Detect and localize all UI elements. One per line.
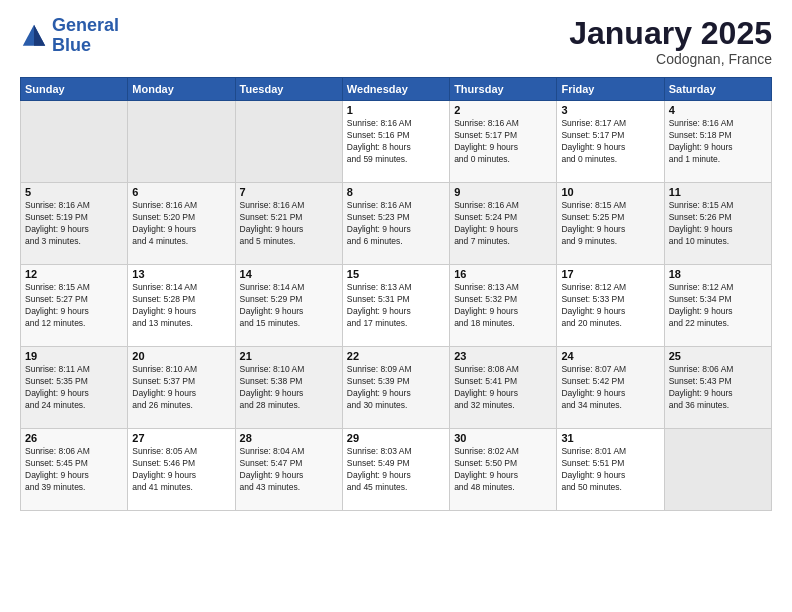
day-info: Sunrise: 8:08 AMSunset: 5:41 PMDaylight:… xyxy=(454,364,552,412)
calendar-cell: 7Sunrise: 8:16 AMSunset: 5:21 PMDaylight… xyxy=(235,183,342,265)
week-row: 12Sunrise: 8:15 AMSunset: 5:27 PMDayligh… xyxy=(21,265,772,347)
calendar-cell: 8Sunrise: 8:16 AMSunset: 5:23 PMDaylight… xyxy=(342,183,449,265)
calendar-cell: 14Sunrise: 8:14 AMSunset: 5:29 PMDayligh… xyxy=(235,265,342,347)
calendar-cell: 12Sunrise: 8:15 AMSunset: 5:27 PMDayligh… xyxy=(21,265,128,347)
day-info: Sunrise: 8:15 AMSunset: 5:26 PMDaylight:… xyxy=(669,200,767,248)
calendar-cell: 18Sunrise: 8:12 AMSunset: 5:34 PMDayligh… xyxy=(664,265,771,347)
day-number: 17 xyxy=(561,268,659,280)
calendar-cell: 11Sunrise: 8:15 AMSunset: 5:26 PMDayligh… xyxy=(664,183,771,265)
calendar-cell: 16Sunrise: 8:13 AMSunset: 5:32 PMDayligh… xyxy=(450,265,557,347)
logo-general: General xyxy=(52,15,119,35)
col-wednesday: Wednesday xyxy=(342,78,449,101)
calendar-cell: 6Sunrise: 8:16 AMSunset: 5:20 PMDaylight… xyxy=(128,183,235,265)
day-info: Sunrise: 8:06 AMSunset: 5:43 PMDaylight:… xyxy=(669,364,767,412)
day-info: Sunrise: 8:16 AMSunset: 5:18 PMDaylight:… xyxy=(669,118,767,166)
day-number: 27 xyxy=(132,432,230,444)
calendar-cell: 1Sunrise: 8:16 AMSunset: 5:16 PMDaylight… xyxy=(342,101,449,183)
logo-icon xyxy=(20,22,48,50)
day-number: 12 xyxy=(25,268,123,280)
calendar-cell: 28Sunrise: 8:04 AMSunset: 5:47 PMDayligh… xyxy=(235,429,342,511)
calendar-cell: 27Sunrise: 8:05 AMSunset: 5:46 PMDayligh… xyxy=(128,429,235,511)
day-number: 15 xyxy=(347,268,445,280)
day-info: Sunrise: 8:17 AMSunset: 5:17 PMDaylight:… xyxy=(561,118,659,166)
day-number: 2 xyxy=(454,104,552,116)
day-number: 11 xyxy=(669,186,767,198)
week-row: 19Sunrise: 8:11 AMSunset: 5:35 PMDayligh… xyxy=(21,347,772,429)
day-number: 7 xyxy=(240,186,338,198)
day-number: 14 xyxy=(240,268,338,280)
day-info: Sunrise: 8:13 AMSunset: 5:32 PMDaylight:… xyxy=(454,282,552,330)
calendar-cell: 26Sunrise: 8:06 AMSunset: 5:45 PMDayligh… xyxy=(21,429,128,511)
calendar-cell: 20Sunrise: 8:10 AMSunset: 5:37 PMDayligh… xyxy=(128,347,235,429)
day-number: 1 xyxy=(347,104,445,116)
day-number: 5 xyxy=(25,186,123,198)
day-number: 3 xyxy=(561,104,659,116)
day-number: 19 xyxy=(25,350,123,362)
calendar-cell xyxy=(21,101,128,183)
logo-text: General Blue xyxy=(52,16,119,56)
day-info: Sunrise: 8:16 AMSunset: 5:17 PMDaylight:… xyxy=(454,118,552,166)
title-block: January 2025 Codognan, France xyxy=(569,16,772,67)
day-info: Sunrise: 8:03 AMSunset: 5:49 PMDaylight:… xyxy=(347,446,445,494)
day-number: 25 xyxy=(669,350,767,362)
day-number: 16 xyxy=(454,268,552,280)
day-number: 28 xyxy=(240,432,338,444)
day-number: 29 xyxy=(347,432,445,444)
calendar-cell xyxy=(664,429,771,511)
day-info: Sunrise: 8:16 AMSunset: 5:16 PMDaylight:… xyxy=(347,118,445,166)
day-number: 18 xyxy=(669,268,767,280)
calendar-cell: 30Sunrise: 8:02 AMSunset: 5:50 PMDayligh… xyxy=(450,429,557,511)
day-info: Sunrise: 8:16 AMSunset: 5:21 PMDaylight:… xyxy=(240,200,338,248)
logo: General Blue xyxy=(20,16,119,56)
svg-marker-1 xyxy=(34,25,45,46)
calendar-cell: 29Sunrise: 8:03 AMSunset: 5:49 PMDayligh… xyxy=(342,429,449,511)
day-info: Sunrise: 8:15 AMSunset: 5:27 PMDaylight:… xyxy=(25,282,123,330)
calendar-cell xyxy=(128,101,235,183)
day-info: Sunrise: 8:10 AMSunset: 5:38 PMDaylight:… xyxy=(240,364,338,412)
day-info: Sunrise: 8:14 AMSunset: 5:29 PMDaylight:… xyxy=(240,282,338,330)
col-sunday: Sunday xyxy=(21,78,128,101)
day-info: Sunrise: 8:11 AMSunset: 5:35 PMDaylight:… xyxy=(25,364,123,412)
header-row: Sunday Monday Tuesday Wednesday Thursday… xyxy=(21,78,772,101)
day-number: 30 xyxy=(454,432,552,444)
day-info: Sunrise: 8:01 AMSunset: 5:51 PMDaylight:… xyxy=(561,446,659,494)
calendar-table: Sunday Monday Tuesday Wednesday Thursday… xyxy=(20,77,772,511)
day-info: Sunrise: 8:16 AMSunset: 5:24 PMDaylight:… xyxy=(454,200,552,248)
calendar-cell xyxy=(235,101,342,183)
day-number: 24 xyxy=(561,350,659,362)
day-info: Sunrise: 8:06 AMSunset: 5:45 PMDaylight:… xyxy=(25,446,123,494)
day-number: 9 xyxy=(454,186,552,198)
day-info: Sunrise: 8:12 AMSunset: 5:34 PMDaylight:… xyxy=(669,282,767,330)
col-thursday: Thursday xyxy=(450,78,557,101)
month-title: January 2025 xyxy=(569,16,772,51)
day-info: Sunrise: 8:16 AMSunset: 5:19 PMDaylight:… xyxy=(25,200,123,248)
calendar-cell: 23Sunrise: 8:08 AMSunset: 5:41 PMDayligh… xyxy=(450,347,557,429)
calendar-cell: 24Sunrise: 8:07 AMSunset: 5:42 PMDayligh… xyxy=(557,347,664,429)
day-info: Sunrise: 8:05 AMSunset: 5:46 PMDaylight:… xyxy=(132,446,230,494)
calendar-cell: 2Sunrise: 8:16 AMSunset: 5:17 PMDaylight… xyxy=(450,101,557,183)
week-row: 1Sunrise: 8:16 AMSunset: 5:16 PMDaylight… xyxy=(21,101,772,183)
day-number: 26 xyxy=(25,432,123,444)
calendar-cell: 15Sunrise: 8:13 AMSunset: 5:31 PMDayligh… xyxy=(342,265,449,347)
day-number: 8 xyxy=(347,186,445,198)
calendar-cell: 13Sunrise: 8:14 AMSunset: 5:28 PMDayligh… xyxy=(128,265,235,347)
col-friday: Friday xyxy=(557,78,664,101)
calendar-cell: 3Sunrise: 8:17 AMSunset: 5:17 PMDaylight… xyxy=(557,101,664,183)
day-info: Sunrise: 8:02 AMSunset: 5:50 PMDaylight:… xyxy=(454,446,552,494)
day-number: 4 xyxy=(669,104,767,116)
calendar-cell: 5Sunrise: 8:16 AMSunset: 5:19 PMDaylight… xyxy=(21,183,128,265)
col-saturday: Saturday xyxy=(664,78,771,101)
day-number: 6 xyxy=(132,186,230,198)
calendar-cell: 25Sunrise: 8:06 AMSunset: 5:43 PMDayligh… xyxy=(664,347,771,429)
day-info: Sunrise: 8:09 AMSunset: 5:39 PMDaylight:… xyxy=(347,364,445,412)
day-number: 10 xyxy=(561,186,659,198)
day-info: Sunrise: 8:16 AMSunset: 5:20 PMDaylight:… xyxy=(132,200,230,248)
calendar-cell: 22Sunrise: 8:09 AMSunset: 5:39 PMDayligh… xyxy=(342,347,449,429)
calendar-cell: 19Sunrise: 8:11 AMSunset: 5:35 PMDayligh… xyxy=(21,347,128,429)
day-info: Sunrise: 8:16 AMSunset: 5:23 PMDaylight:… xyxy=(347,200,445,248)
page: General Blue January 2025 Codognan, Fran… xyxy=(0,0,792,612)
week-row: 26Sunrise: 8:06 AMSunset: 5:45 PMDayligh… xyxy=(21,429,772,511)
logo-blue: Blue xyxy=(52,35,91,55)
day-number: 20 xyxy=(132,350,230,362)
calendar-cell: 4Sunrise: 8:16 AMSunset: 5:18 PMDaylight… xyxy=(664,101,771,183)
